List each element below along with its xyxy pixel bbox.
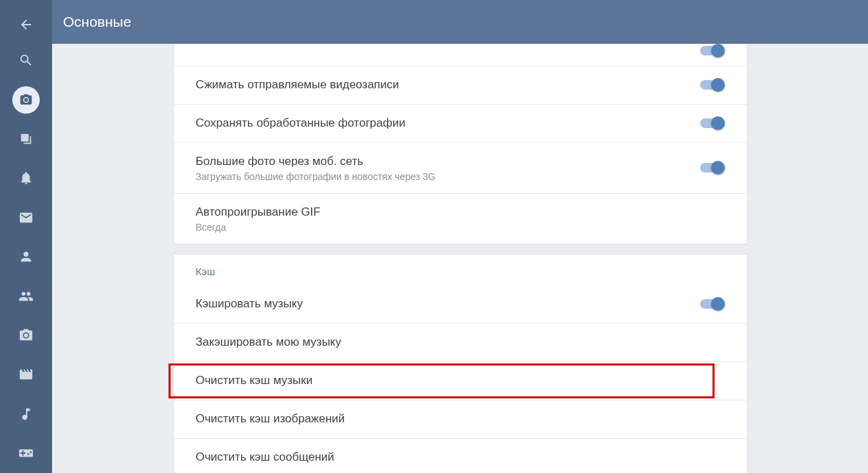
toggle[interactable] [700,161,725,175]
sidebar-music[interactable] [0,394,52,433]
settings-row-clear-message-cache[interactable]: Очистить кэш сообщений [174,439,747,474]
sidebar-video[interactable] [0,355,52,394]
settings-row-cache-music[interactable]: Кэшировать музыку [174,285,747,324]
row-subtitle: Всегда [196,222,321,233]
music-icon [18,407,34,422]
settings-row-clear-image-cache[interactable]: Очистить кэш изображений [174,400,747,439]
sidebar-messages[interactable] [0,198,52,237]
settings-row-partial[interactable] [174,44,747,66]
news-icon [18,131,34,146]
person-icon [18,249,34,264]
gamepad-icon [18,446,34,461]
row-title: Автопроигрывание GIF [196,205,321,220]
toggle[interactable] [700,78,725,92]
sidebar-games[interactable] [0,434,52,473]
row-title: Кэшировать музыку [196,296,303,312]
row-title: Закэшировать мою музыку [196,335,342,350]
main: Основные Сжимать отправляемые видеозапис… [52,0,868,473]
row-title: Очистить кэш изображений [196,411,345,427]
toggle[interactable] [700,116,725,130]
sidebar [0,0,52,473]
camera-icon [19,93,33,107]
header: Основные [52,0,868,44]
back-icon [18,17,34,32]
row-title: Большие фото через моб. сеть [196,154,436,170]
section-header-cache: Кэш [174,255,747,285]
settings-row-precache-my-music[interactable]: Закэшировать мою музыку [174,324,747,362]
row-title: Очистить кэш музыки [196,373,313,389]
settings-row-gif-autoplay[interactable]: Автопроигрывание GIF Всегда [174,194,747,244]
photo-icon [18,328,34,343]
settings-card-cache: Кэш Кэшировать музыку Закэшировать мою м… [174,255,747,473]
toggle[interactable] [700,44,725,57]
content[interactable]: Сжимать отправляемые видеозаписи Сохраня… [52,44,868,473]
sidebar-news[interactable] [0,119,52,158]
row-title: Очистить кэш сообщений [196,450,334,465]
settings-row-save-photos[interactable]: Сохранять обработанные фотографии [174,105,747,143]
settings-row-clear-music-cache[interactable]: Очистить кэш музыки [174,362,747,400]
sidebar-groups[interactable] [0,277,52,316]
video-icon [18,367,34,382]
page-title: Основные [63,14,132,30]
settings-row-compress-video[interactable]: Сжимать отправляемые видеозаписи [174,66,747,105]
bell-icon [18,170,34,186]
sidebar-search[interactable] [0,41,52,80]
settings-row-big-photos-mobile[interactable]: Большие фото через моб. сеть Загружать б… [174,143,747,194]
row-subtitle: Загружать большие фотографии в новостях … [196,171,436,182]
sidebar-profile[interactable] [0,238,52,277]
row-title: Сжимать отправляемые видеозаписи [196,77,399,93]
sidebar-notifications[interactable] [0,159,52,198]
sidebar-photos[interactable] [0,316,52,355]
search-icon [18,53,34,68]
row-title: Сохранять обработанные фотографии [196,116,406,131]
sidebar-camera-active[interactable] [0,80,52,119]
back-button[interactable] [0,8,52,41]
toggle[interactable] [700,297,725,311]
mail-icon [18,210,34,225]
group-icon [18,289,34,304]
settings-card-media: Сжимать отправляемые видеозаписи Сохраня… [174,44,747,244]
